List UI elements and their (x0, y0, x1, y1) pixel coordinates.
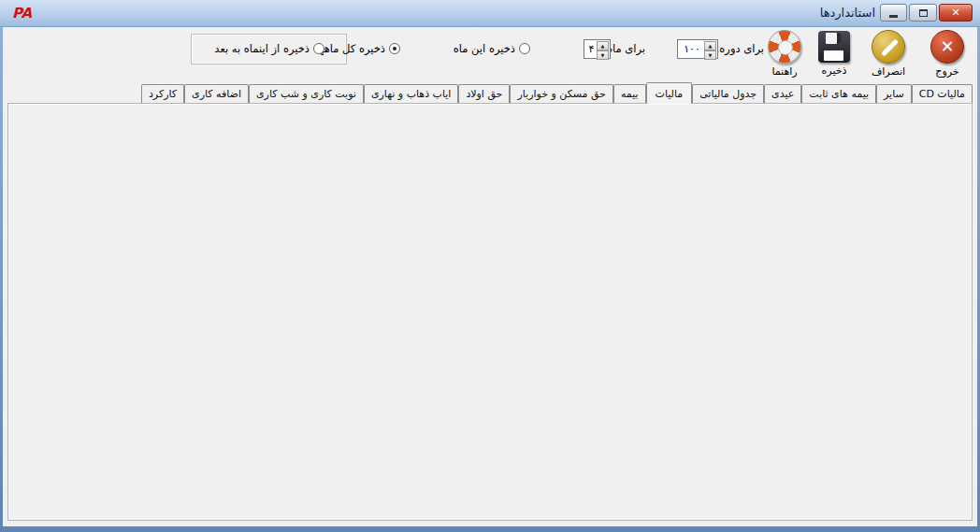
window-title: استانداردها (820, 6, 875, 20)
tab-item[interactable]: کارکرد (141, 84, 184, 103)
tab-item[interactable]: بیمه های ثابت (801, 84, 876, 103)
cancel-button[interactable]: انصراف (861, 30, 915, 78)
tab-item[interactable]: اضافه کاری (184, 84, 249, 103)
maximize-icon (919, 9, 928, 17)
tab-item[interactable]: حق اولاد (458, 84, 510, 103)
minimize-button[interactable] (880, 4, 907, 22)
tab-item[interactable]: سایر (876, 84, 912, 103)
tab-item[interactable]: مالیات CD (912, 84, 973, 103)
month-spinner[interactable]: ۴ ▲▼ (584, 39, 611, 59)
tab-item[interactable]: عیدی (764, 84, 801, 103)
radio-option-2[interactable] (313, 43, 324, 54)
radio-option-0[interactable] (519, 43, 530, 54)
exit-icon (930, 30, 964, 64)
spinner-arrows-icon[interactable]: ▲▼ (597, 41, 609, 57)
tab-strip: مالیات CDسایربیمه های ثابتعیدیجدول مالیا… (7, 82, 973, 103)
period-value: ۱۰۰ (681, 43, 703, 55)
cancel-button-label: انصراف (861, 65, 915, 78)
close-button[interactable]: ✕ (939, 4, 973, 22)
save-button-label: ذخیره (807, 65, 861, 77)
exit-button[interactable]: خروج (920, 30, 974, 78)
tab-item[interactable]: حق مسکن و خواربار (510, 84, 613, 103)
tax-tab-panel (7, 103, 973, 521)
tab-item[interactable]: نوبت کاری و شب کاری (249, 84, 364, 103)
tab-item[interactable]: جدول مالیاتی (692, 84, 764, 103)
standards-window: PA استانداردها ✕ خروجانصرافذخیرهراهنما ب… (0, 0, 980, 532)
exit-button-label: خروج (920, 65, 974, 78)
month-value: ۴ (587, 43, 596, 55)
tab-item[interactable]: ایاب ذهاب و نهاری (364, 84, 458, 103)
tab-item[interactable]: بیمه (613, 84, 646, 103)
help-button[interactable]: راهنما (757, 30, 812, 78)
help-button-label: راهنما (757, 65, 812, 78)
period-label: برای دوره: (715, 42, 764, 55)
radio-option-label: ذخیره این ماه (454, 42, 515, 55)
minimize-icon (889, 15, 898, 18)
radio-option-label: ذخیره از اینماه به بعد (214, 42, 310, 55)
floppy-disk-icon (818, 31, 850, 63)
period-spinner[interactable]: ۱۰۰ ▲▼ (677, 39, 718, 59)
save-button[interactable]: ذخیره (807, 30, 861, 77)
title-bar: PA استانداردها ✕ (0, 0, 980, 27)
lifebuoy-icon (768, 30, 801, 64)
radio-option-1[interactable] (389, 43, 400, 54)
cancel-icon (872, 30, 905, 64)
maximize-button[interactable] (909, 4, 937, 22)
app-logo: PA (12, 5, 32, 22)
tab-active[interactable]: مالیات (646, 82, 693, 104)
spinner-arrows-icon[interactable]: ▲▼ (704, 41, 716, 57)
radio-option-label: ذخیره کل ماهها (316, 42, 385, 55)
